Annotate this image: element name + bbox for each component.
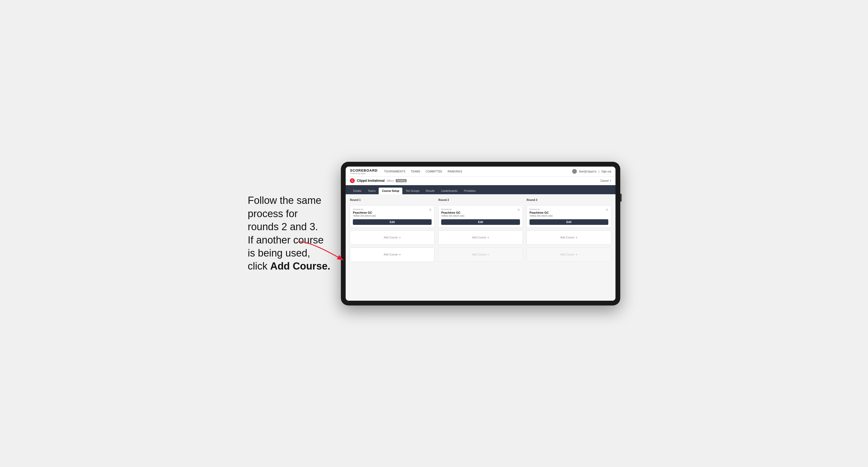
add-course-label-r3-1: Add Course [560, 236, 575, 239]
logo-main-text: SCOREBOARD [350, 168, 378, 173]
tab-printables[interactable]: Printables [461, 188, 479, 194]
course-card-header-2: (Course A) Peachtree GC Yellow (M) (6629… [441, 208, 520, 219]
round-2-label: Round 2 [438, 198, 523, 201]
page-wrapper: Follow the same process for rounds 2 and… [248, 162, 620, 306]
top-nav-right: blair@clippd.io | Sign out [572, 169, 611, 174]
add-course-label-r2-1: Add Course [472, 236, 486, 239]
round-3-edit-button[interactable]: Edit [530, 219, 608, 225]
user-email: blair@clippd.io [579, 170, 597, 173]
add-course-label-2: Add Course [384, 253, 398, 256]
tab-leaderboards[interactable]: Leaderboards [438, 188, 461, 194]
instruction-line1: Follow the same [248, 195, 321, 206]
course-details-3: Yellow (M) (6629 yds) [530, 215, 553, 217]
round-2-column: Round 2 (Course A) Peachtree GC Yellow (… [438, 198, 523, 262]
add-course-label-r2-2: Add Course [472, 253, 486, 256]
tablet-screen: SCOREBOARD Powered by clippd TOURNAMENTS… [346, 166, 616, 301]
cancel-icon: × [610, 179, 611, 182]
pipe-separator: | [599, 170, 599, 173]
add-course-label-1: Add Course [384, 236, 398, 239]
sub-header-left: C Clippd Invitational (Men) Hosting [350, 178, 407, 183]
logo-sub-text: Powered by clippd [350, 173, 378, 174]
delete-icon-3[interactable]: ⊗ [606, 208, 608, 211]
nav-rankings[interactable]: RANKINGS [447, 170, 462, 173]
tab-details[interactable]: Details [350, 188, 365, 194]
clippd-logo-icon: C [350, 178, 355, 183]
tab-teams[interactable]: Teams [365, 188, 379, 194]
course-name-3: Peachtree GC [530, 211, 553, 214]
scoreboard-logo: SCOREBOARD Powered by clippd [350, 168, 378, 174]
add-plus-icon-r2-2: + [487, 252, 489, 256]
course-badge-2: (Course A) [441, 208, 464, 211]
tab-course-setup[interactable]: Course Setup [379, 188, 402, 194]
add-course-text-2: Add Course + [384, 252, 401, 256]
cancel-label: Cancel [600, 179, 609, 182]
course-card-header-3: (Course A) Peachtree GC Yellow (M) (6629… [530, 208, 608, 219]
top-nav-links: TOURNAMENTS TEAMS COMMITTEE RANKINGS [384, 170, 572, 173]
course-name-2: Peachtree GC [441, 211, 464, 214]
add-plus-icon-1: + [399, 236, 401, 240]
sign-out-link[interactable]: Sign out [601, 170, 611, 173]
add-plus-icon-r2-1: + [487, 236, 489, 240]
course-info-3: (Course A) Peachtree GC Yellow (M) (6629… [530, 208, 553, 219]
round-3-add-course-1[interactable]: Add Course + [527, 230, 611, 245]
round-3-course-card-1: (Course A) Peachtree GC Yellow (M) (6629… [527, 205, 611, 228]
tablet-frame: SCOREBOARD Powered by clippd TOURNAMENTS… [341, 162, 620, 306]
round-2-add-course-1[interactable]: Add Course + [438, 230, 523, 245]
add-course-text-r3-2: Add Course + [560, 252, 578, 256]
add-course-text-r2-2: Add Course + [472, 252, 489, 256]
add-plus-icon-r3-2: + [576, 252, 578, 256]
course-badge: (Course A) [353, 208, 376, 211]
add-course-label-r3-2: Add Course [560, 253, 575, 256]
hosting-badge: Hosting [396, 179, 407, 182]
cancel-button[interactable]: Cancel × [600, 179, 611, 182]
round-3-column: Round 3 (Course A) Peachtree GC Yellow (… [527, 198, 611, 262]
add-plus-icon-2: + [399, 252, 401, 256]
course-details-2: Yellow (M) (6629 yds) [441, 215, 464, 217]
nav-teams[interactable]: TEAMS [411, 170, 421, 173]
round-2-add-course-2: Add Course + [438, 247, 523, 262]
instruction-line3: rounds 2 and 3. [248, 221, 318, 232]
tab-bar: Details Teams Course Setup Tee Groups Re… [346, 185, 616, 194]
main-content: Round 1 (Course A) Peachtree GC Yellow (… [346, 194, 616, 301]
course-card-header: (Course A) Peachtree GC Yellow (M) (6629… [353, 208, 432, 219]
instruction-bold: Add Course. [270, 260, 330, 272]
tab-tee-groups[interactable]: Tee Groups [402, 188, 423, 194]
rounds-grid: Round 1 (Course A) Peachtree GC Yellow (… [350, 198, 611, 262]
add-course-text-r3-1: Add Course + [560, 236, 578, 240]
round-2-course-card-1: (Course A) Peachtree GC Yellow (M) (6629… [438, 205, 523, 228]
instruction-text: Follow the same process for rounds 2 and… [248, 194, 330, 273]
nav-committee[interactable]: COMMITTEE [426, 170, 442, 173]
round-1-add-course-2[interactable]: Add Course + [350, 247, 435, 262]
instruction-line6: click [248, 260, 270, 272]
nav-tournaments[interactable]: TOURNAMENTS [384, 170, 405, 173]
round-2-edit-button[interactable]: Edit [441, 219, 520, 225]
course-name: Peachtree GC [353, 211, 376, 214]
tournament-name: Clippd Invitational [357, 179, 384, 183]
instruction-line4: If another course [248, 235, 323, 246]
round-3-add-course-2: Add Course + [527, 247, 611, 262]
round-1-edit-button[interactable]: Edit [353, 219, 432, 225]
round-1-add-course-1[interactable]: Add Course + [350, 230, 435, 245]
course-details: Yellow (M) (6629 yds) [353, 215, 376, 217]
course-info-2: (Course A) Peachtree GC Yellow (M) (6629… [441, 208, 464, 219]
delete-icon-2[interactable]: ⊗ [517, 208, 520, 211]
round-3-label: Round 3 [527, 198, 611, 201]
tab-results[interactable]: Results [423, 188, 438, 194]
sub-header: C Clippd Invitational (Men) Hosting Canc… [346, 177, 616, 185]
gender-indicator: (Men) [386, 179, 394, 182]
round-1-column: Round 1 (Course A) Peachtree GC Yellow (… [350, 198, 435, 262]
power-button [620, 194, 622, 202]
add-course-text-r2-1: Add Course + [472, 236, 489, 240]
round-1-course-card-1: (Course A) Peachtree GC Yellow (M) (6629… [350, 205, 435, 228]
instruction-line2: process for [248, 208, 298, 219]
delete-icon[interactable]: ⊗ [429, 208, 432, 211]
instruction-line5: is being used, [248, 247, 310, 259]
add-plus-icon-r3-1: + [576, 236, 578, 240]
top-nav: SCOREBOARD Powered by clippd TOURNAMENTS… [346, 166, 616, 177]
course-badge-3: (Course A) [530, 208, 553, 211]
add-course-text-1: Add Course + [384, 236, 401, 240]
round-1-label: Round 1 [350, 198, 435, 201]
user-avatar [572, 169, 577, 174]
course-info: (Course A) Peachtree GC Yellow (M) (6629… [353, 208, 376, 219]
